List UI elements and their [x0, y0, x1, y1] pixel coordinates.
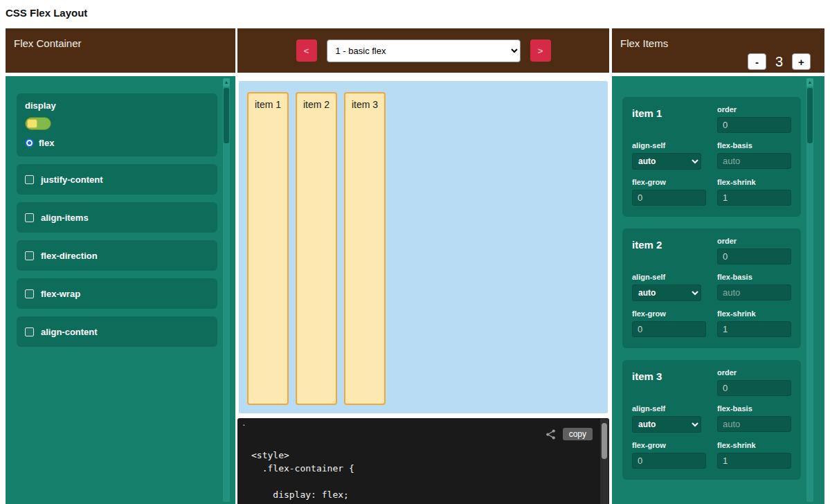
flex-radio-label: flex [39, 138, 54, 148]
justify-content-checkbox[interactable] [25, 175, 34, 184]
align-self-field: align-self auto [632, 404, 706, 433]
flex-grow-input[interactable] [632, 321, 706, 337]
display-label: display [25, 100, 209, 111]
item-name: item 2 [632, 237, 706, 264]
right-panel-scrollbar[interactable]: ▲ [806, 78, 813, 502]
flex-grow-field: flex-grow [632, 178, 706, 206]
add-item-button[interactable]: + [792, 53, 811, 70]
order-label: order [717, 105, 791, 114]
flex-grow-field: flex-grow [632, 441, 706, 469]
prev-example-button[interactable]: < [296, 39, 317, 62]
order-input[interactable] [717, 117, 791, 133]
flex-grow-label: flex-grow [632, 178, 706, 186]
flex-basis-input[interactable] [717, 285, 791, 300]
flex-shrink-input[interactable] [717, 321, 791, 337]
code-line [251, 475, 595, 488]
align-self-label: align-self [632, 404, 706, 413]
scroll-up-icon[interactable]: ▲ [806, 78, 813, 87]
toggle-knob-icon [27, 119, 37, 128]
code-scrollbar[interactable] [600, 419, 608, 504]
option-justify-content[interactable]: justify-content [17, 164, 217, 195]
align-content-checkbox[interactable] [25, 327, 34, 336]
flex-container-panel: display flex justify-content align-items… [6, 76, 235, 504]
option-flex-direction[interactable]: flex-direction [17, 240, 217, 271]
align-self-label: align-self [632, 273, 706, 281]
order-input[interactable] [717, 380, 791, 396]
order-label: order [717, 368, 791, 377]
flex-shrink-label: flex-shrink [717, 441, 791, 449]
order-field: order [717, 368, 791, 396]
flex-basis-label: flex-basis [717, 141, 791, 150]
align-self-label: align-self [632, 141, 706, 150]
flex-direction-checkbox[interactable] [25, 251, 34, 260]
align-self-field: align-self auto [632, 273, 706, 301]
flex-shrink-label: flex-shrink [717, 309, 791, 318]
remove-item-button[interactable]: - [748, 53, 766, 70]
item-name: item 1 [632, 105, 706, 133]
flex-radio-row[interactable]: flex [25, 138, 209, 148]
flex-basis-field: flex-basis [717, 404, 791, 433]
code-line: .flex-container { [251, 462, 595, 475]
align-items-checkbox[interactable] [25, 213, 34, 222]
flex-items-header: Flex Items - 3 + [612, 28, 824, 73]
example-nav-header: < 1 - basic flex > [237, 28, 609, 73]
scrollbar-thumb[interactable] [224, 88, 229, 143]
item-name: item 3 [632, 368, 706, 396]
preview-column: < 1 - basic flex > item 1 item 2 item 3 … [237, 28, 609, 504]
order-field: order [717, 105, 791, 133]
display-card: display flex [17, 93, 217, 156]
page-title: CSS Flex Layout [6, 7, 87, 19]
flex-items-panel: item 1 order align-self auto flex-basis … [612, 76, 824, 504]
left-panel-scrollbar[interactable]: ▲ [223, 78, 230, 502]
flex-container-header: Flex Container [6, 28, 235, 73]
scrollbar-thumb[interactable] [602, 423, 607, 459]
example-select[interactable]: 1 - basic flex [327, 39, 521, 62]
align-self-field: align-self auto [632, 141, 706, 170]
order-input[interactable] [717, 249, 791, 264]
align-self-select[interactable]: auto [632, 153, 701, 170]
flex-shrink-input[interactable] [717, 453, 791, 469]
flex-basis-field: flex-basis [717, 141, 791, 170]
next-example-button[interactable]: > [530, 39, 551, 62]
align-items-label: align-items [41, 213, 89, 223]
scrollbar-thumb[interactable] [807, 88, 813, 143]
item-card-2: item 2 order align-self auto flex-basis … [622, 228, 801, 348]
option-align-items[interactable]: align-items [17, 202, 217, 233]
flex-basis-label: flex-basis [717, 404, 791, 413]
flex-shrink-field: flex-shrink [717, 309, 791, 337]
flex-items-title: Flex Items [620, 37, 668, 49]
flex-container-title: Flex Container [14, 37, 82, 49]
share-icon[interactable] [545, 429, 557, 440]
code-bullet: . [242, 419, 246, 428]
flex-basis-input[interactable] [717, 153, 791, 169]
preview-item-1: item 1 [247, 92, 289, 405]
code-line: <style> [251, 449, 595, 462]
item-count: 3 [775, 54, 783, 70]
item-card-1: item 1 order align-self auto flex-basis … [622, 97, 801, 217]
flex-grow-input[interactable] [632, 190, 706, 206]
flex-grow-input[interactable] [632, 453, 706, 469]
flex-direction-label: flex-direction [41, 251, 98, 261]
preview-item-2: item 2 [296, 92, 337, 405]
flex-wrap-checkbox[interactable] [25, 289, 34, 298]
align-content-label: align-content [41, 327, 98, 337]
flex-shrink-input[interactable] [717, 190, 791, 206]
copy-button[interactable]: copy [563, 428, 593, 440]
code-panel: . copy <style> .flex-container { display… [237, 418, 609, 504]
flex-basis-input[interactable] [717, 416, 791, 432]
flex-preview-container: item 1 item 2 item 3 [239, 81, 608, 413]
flex-grow-label: flex-grow [632, 309, 706, 318]
flex-grow-label: flex-grow [632, 441, 706, 449]
flex-wrap-label: flex-wrap [41, 289, 80, 299]
align-self-select[interactable]: auto [632, 285, 701, 301]
display-toggle[interactable] [25, 117, 51, 130]
order-label: order [717, 237, 791, 245]
option-flex-wrap[interactable]: flex-wrap [17, 278, 217, 309]
code-line: display: flex; [251, 488, 595, 501]
align-self-select[interactable]: auto [632, 416, 701, 433]
flex-radio[interactable] [25, 138, 34, 147]
option-align-content[interactable]: align-content [17, 316, 217, 347]
scroll-up-icon[interactable]: ▲ [223, 78, 230, 87]
flex-shrink-label: flex-shrink [717, 178, 791, 186]
preview-item-3: item 3 [344, 92, 386, 405]
